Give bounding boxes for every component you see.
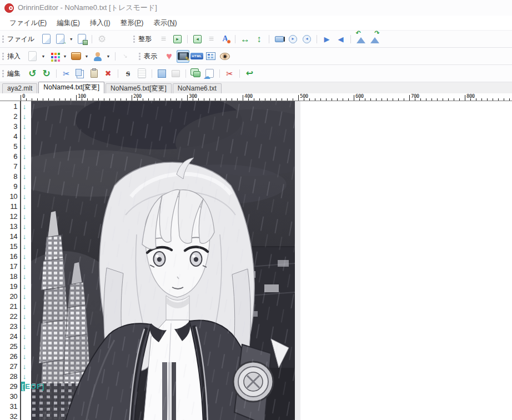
insert-page-dropdown[interactable]: ▼: [40, 50, 47, 63]
eof-marker: [EOF]: [21, 382, 44, 391]
insert-toolbar-label: 挿入: [7, 52, 21, 61]
menu-view[interactable]: 表示(N): [148, 17, 182, 29]
insert-box-dropdown[interactable]: ▼: [83, 50, 90, 63]
ruler-minor-tick: [98, 98, 99, 101]
toolbar-grip[interactable]: [2, 36, 4, 43]
ruler-minor-tick: [209, 98, 210, 101]
line-gutter: 1↓2↓3↓4↓5↓6↓7↓8↓9↓10↓11↓12↓13↓14↓15↓16↓1…: [0, 101, 29, 420]
editor-line-3: 3↓: [0, 121, 29, 131]
redo-button[interactable]: ↻: [40, 67, 53, 80]
rotate-right-button[interactable]: [368, 33, 381, 46]
play-left-button[interactable]: ◀: [334, 33, 347, 46]
menu-file[interactable]: ファイル(F): [4, 17, 52, 29]
box-arrow-right-button[interactable]: ▸: [171, 33, 184, 46]
preview-button[interactable]: [218, 50, 231, 63]
skip-forward-button[interactable]: ▸: [287, 33, 299, 46]
favorites-button[interactable]: ♥: [163, 50, 175, 63]
ruler-major-tick: [21, 95, 21, 101]
ruler-label: 0: [22, 93, 25, 99]
menu-edit[interactable]: 編集(E): [52, 17, 85, 29]
ruler-minor-tick: [504, 98, 504, 101]
toolbar-grip[interactable]: [2, 70, 4, 77]
edit-toolbar: 編集↺↻✂✖S✂↩: [1, 67, 257, 80]
ruler-minor-tick: [476, 98, 476, 101]
insert-page-button[interactable]: [26, 50, 39, 63]
insert-color-dropdown[interactable]: ▼: [62, 50, 68, 63]
ruler-minor-tick: [54, 98, 54, 101]
insert-box-button[interactable]: [69, 50, 82, 63]
tab-aya2[interactable]: aya2.mlt: [2, 83, 37, 93]
return-button[interactable]: ↩: [243, 67, 256, 80]
toolbar-grip[interactable]: [133, 36, 135, 43]
select-block-button[interactable]: [155, 67, 168, 80]
ruler-minor-tick: [193, 98, 193, 101]
menu-format[interactable]: 整形(P): [116, 17, 149, 29]
ruler-minor-tick: [309, 98, 310, 101]
ruler-minor-tick: [104, 98, 104, 101]
toolbar-separator: [219, 69, 220, 78]
trim-button[interactable]: ✂: [223, 67, 236, 80]
tab-noname6[interactable]: NoName6.txt: [173, 83, 222, 93]
new-file-button[interactable]: [40, 33, 53, 46]
rotate-left-button[interactable]: [354, 33, 367, 46]
toolbar-separator: [152, 69, 152, 78]
toolbar-grip[interactable]: [2, 53, 4, 60]
ruler-minor-tick: [481, 98, 482, 101]
edit-toolbar-label: 編集: [7, 69, 21, 78]
insert-character-button[interactable]: [91, 50, 104, 63]
editor-line-7: 7↓: [0, 161, 29, 171]
ruler-minor-tick: [265, 98, 265, 101]
line-number: 21: [0, 302, 17, 311]
ruler-minor-tick: [93, 98, 93, 101]
ruler-minor-tick: [182, 98, 182, 101]
expand-height-button[interactable]: ↕: [253, 33, 265, 46]
file-toolbar: ファイル▼⚙: [1, 33, 132, 46]
settings-button[interactable]: ⚙: [96, 33, 108, 46]
expand-width-button[interactable]: ↔: [239, 33, 252, 46]
insert-toolbar: 挿入▼▼▼▼↘: [1, 50, 138, 63]
line-number: 16: [0, 252, 17, 261]
ruler-major-tick: [243, 95, 243, 101]
menu-bar: ファイル(F)編集(E)挿入(I)整形(P)表示(N): [0, 16, 512, 31]
box-arrow-left-button[interactable]: ◂: [191, 33, 204, 46]
font-convert-button[interactable]: A: [219, 33, 232, 46]
ruler-minor-tick: [420, 98, 421, 101]
insert-color-button[interactable]: [48, 50, 61, 63]
ruler-minor-tick: [226, 98, 227, 101]
cloud-page-button[interactable]: [203, 67, 216, 80]
menu-insert[interactable]: 挿入(I): [85, 17, 116, 29]
cut-button[interactable]: ✂: [60, 67, 73, 80]
memo-button[interactable]: [135, 67, 148, 80]
play-right-button[interactable]: ▶: [320, 33, 333, 46]
align-lines-button[interactable]: ≡: [205, 33, 218, 46]
copy-button[interactable]: [74, 67, 87, 80]
strikethrough-button[interactable]: S: [122, 67, 134, 80]
toolbar-grip[interactable]: [139, 53, 140, 60]
open-file-dropdown[interactable]: ▼: [68, 33, 74, 46]
skip-back-button[interactable]: ◂: [300, 33, 313, 46]
editor-area[interactable]: 1↓2↓3↓4↓5↓6↓7↓8↓9↓10↓11↓12↓13↓14↓15↓16↓1…: [0, 101, 512, 420]
toolbar-separator: [317, 35, 317, 43]
tab-noname5[interactable]: NoName5.txt[変更]: [106, 83, 172, 93]
panel-layout-button[interactable]: [204, 50, 217, 63]
merge-line-button[interactable]: [273, 33, 285, 46]
trace-image[interactable]: [31, 101, 300, 420]
save-file-button[interactable]: [76, 33, 88, 46]
open-file-button[interactable]: [54, 33, 67, 46]
ruler-minor-tick: [26, 98, 27, 101]
tab-noname4[interactable]: NoName4.txt[変更]: [38, 82, 104, 93]
format-lines-button[interactable]: ≡: [157, 33, 170, 46]
horizontal-ruler[interactable]: 0100200300400500600700800: [0, 93, 512, 101]
paste-button[interactable]: [88, 67, 101, 80]
html-view-button[interactable]: HTML: [190, 50, 203, 63]
trace-mode-button[interactable]: [177, 50, 189, 63]
delete-button[interactable]: ✖: [102, 67, 114, 80]
duplicate-block-button[interactable]: [189, 67, 202, 80]
ruler-minor-tick: [454, 98, 454, 101]
ruler-minor-tick: [32, 98, 32, 101]
undo-button[interactable]: ↺: [26, 67, 39, 80]
insert-corner-button[interactable]: ↘: [119, 50, 132, 63]
ruler-minor-tick: [393, 98, 393, 101]
insert-character-dropdown[interactable]: ▼: [105, 50, 112, 63]
package-button[interactable]: [169, 67, 182, 80]
